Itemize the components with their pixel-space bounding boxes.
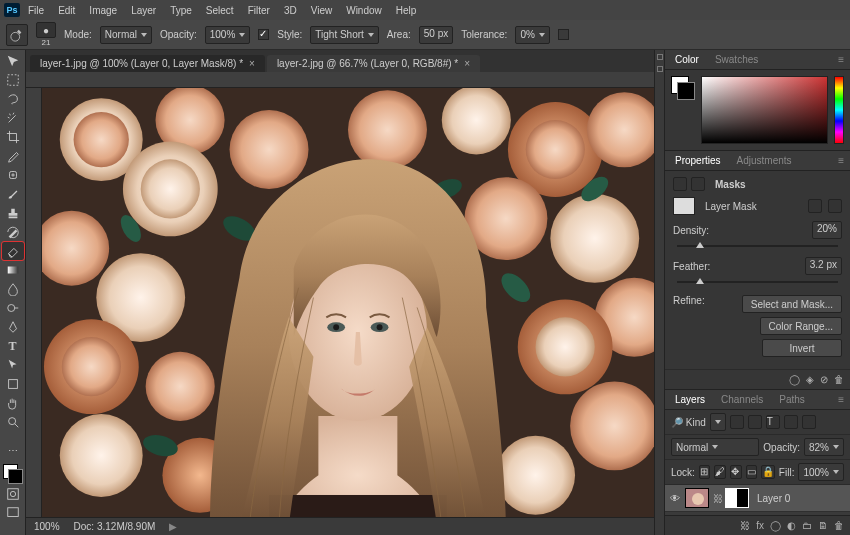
color-range-button[interactable]: Color Range...: [760, 317, 842, 335]
feather-slider[interactable]: [677, 281, 838, 283]
brush-preview-icon[interactable]: ●: [36, 22, 56, 38]
filter-smart-icon[interactable]: [802, 415, 816, 429]
menu-filter[interactable]: Filter: [242, 0, 276, 20]
crop-tool[interactable]: [2, 128, 24, 146]
move-tool[interactable]: [2, 52, 24, 70]
eraser-tool[interactable]: [2, 242, 24, 260]
density-slider[interactable]: [677, 245, 838, 247]
feather-value[interactable]: 3.2 px: [805, 257, 842, 275]
density-value[interactable]: 20%: [812, 221, 842, 239]
zoom-level[interactable]: 100%: [34, 521, 60, 532]
screenmode-toggle[interactable]: [2, 504, 24, 522]
collapsed-panel-strip[interactable]: [654, 50, 664, 535]
menu-file[interactable]: File: [22, 0, 50, 20]
quickmask-toggle[interactable]: [2, 485, 24, 503]
pixel-mask-icon[interactable]: [673, 177, 687, 191]
eyedropper-tool[interactable]: [2, 147, 24, 165]
menu-select[interactable]: Select: [200, 0, 240, 20]
hue-slider[interactable]: [834, 76, 844, 144]
tab-channels[interactable]: Channels: [717, 392, 767, 407]
panel-menu-icon[interactable]: ≡: [838, 155, 844, 166]
mask-thumbnail[interactable]: [725, 488, 749, 508]
wand-tool[interactable]: [2, 109, 24, 127]
panel-menu-icon[interactable]: ≡: [838, 54, 844, 65]
history-brush-tool[interactable]: [2, 223, 24, 241]
blend-mode-dropdown[interactable]: Normal: [671, 438, 759, 456]
shape-tool[interactable]: [2, 375, 24, 393]
type-tool[interactable]: T: [2, 337, 24, 355]
lock-all-icon[interactable]: 🔒: [761, 465, 775, 479]
menu-edit[interactable]: Edit: [52, 0, 81, 20]
delete-mask-icon[interactable]: 🗑: [834, 374, 844, 385]
load-selection-icon[interactable]: ◯: [789, 374, 800, 385]
tab-layers[interactable]: Layers: [671, 392, 709, 407]
layer-thumbnail[interactable]: [685, 488, 709, 508]
fx-icon[interactable]: fx: [756, 520, 764, 531]
menu-type[interactable]: Type: [164, 0, 198, 20]
tab-paths[interactable]: Paths: [775, 392, 809, 407]
menu-3d[interactable]: 3D: [278, 0, 303, 20]
adjustment-icon[interactable]: ◐: [787, 520, 796, 531]
tab-inactive[interactable]: layer-2.jpg @ 66.7% (Layer 0, RGB/8#) *×: [267, 55, 480, 72]
filter-shape-icon[interactable]: [784, 415, 798, 429]
area-field[interactable]: 50 px: [419, 26, 453, 44]
color-picker[interactable]: [665, 70, 850, 150]
tolerance-field[interactable]: 0%: [515, 26, 549, 44]
zoom-tool[interactable]: [2, 413, 24, 431]
filter-adjust-icon[interactable]: [748, 415, 762, 429]
disable-mask-icon[interactable]: ⊘: [820, 374, 828, 385]
invert-button[interactable]: Invert: [762, 339, 842, 357]
stamp-tool[interactable]: [2, 204, 24, 222]
layer-name[interactable]: Layer 0: [757, 493, 790, 504]
tab-adjustments[interactable]: Adjustments: [733, 153, 796, 168]
panel-menu-icon[interactable]: ≡: [838, 394, 844, 405]
select-pixel-mask-icon[interactable]: [808, 199, 822, 213]
lock-transparency-icon[interactable]: ⊞: [699, 465, 710, 479]
color-swatches[interactable]: [3, 464, 23, 484]
dodge-tool[interactable]: [2, 299, 24, 317]
menu-image[interactable]: Image: [83, 0, 123, 20]
mode-dropdown[interactable]: Normal: [100, 26, 152, 44]
close-icon[interactable]: ×: [464, 58, 470, 69]
menu-layer[interactable]: Layer: [125, 0, 162, 20]
link-layers-icon[interactable]: ⛓: [740, 520, 750, 531]
apply-mask-icon[interactable]: ◈: [806, 374, 814, 385]
group-icon[interactable]: 🗀: [802, 520, 812, 531]
menu-view[interactable]: View: [305, 0, 339, 20]
tool-preset-icon[interactable]: [6, 24, 28, 46]
doc-size[interactable]: Doc: 3.12M/8.90M: [74, 521, 156, 532]
link-icon[interactable]: ⛓: [713, 493, 721, 504]
layer-row[interactable]: 👁 ⛓ Layer 0: [665, 485, 850, 512]
tab-properties[interactable]: Properties: [671, 153, 725, 168]
ruler-vertical[interactable]: [26, 88, 42, 517]
gradient-tool[interactable]: [2, 261, 24, 279]
filter-pixel-icon[interactable]: [730, 415, 744, 429]
lock-position-icon[interactable]: ✥: [730, 465, 741, 479]
tab-active[interactable]: layer-1.jpg @ 100% (Layer 0, Layer Mask/…: [30, 55, 265, 72]
healing-tool[interactable]: [2, 166, 24, 184]
layer-opacity-field[interactable]: 82%: [804, 438, 844, 456]
lock-pixels-icon[interactable]: 🖌: [714, 465, 726, 479]
visibility-toggle[interactable]: 👁: [669, 492, 681, 504]
new-layer-icon[interactable]: 🗎: [818, 520, 828, 531]
edit-toolbar-icon[interactable]: ⋯: [2, 441, 24, 459]
fg-bg-swatch[interactable]: [671, 76, 695, 100]
menu-window[interactable]: Window: [340, 0, 388, 20]
protect-foreground-toggle[interactable]: [558, 29, 569, 40]
menu-help[interactable]: Help: [390, 0, 423, 20]
marquee-tool[interactable]: [2, 71, 24, 89]
mask-icon[interactable]: ◯: [770, 520, 781, 531]
canvas[interactable]: [42, 88, 654, 517]
blur-tool[interactable]: [2, 280, 24, 298]
tab-swatches[interactable]: Swatches: [711, 52, 762, 67]
close-icon[interactable]: ×: [249, 58, 255, 69]
ruler-horizontal[interactable]: [26, 72, 654, 88]
pen-tool[interactable]: [2, 318, 24, 336]
tab-color[interactable]: Color: [671, 52, 703, 67]
vector-mask-icon[interactable]: [691, 177, 705, 191]
hand-tool[interactable]: [2, 394, 24, 412]
style-dropdown[interactable]: Tight Short: [310, 26, 379, 44]
delete-layer-icon[interactable]: 🗑: [834, 520, 844, 531]
add-vector-mask-icon[interactable]: [828, 199, 842, 213]
mask-thumbnail[interactable]: [673, 197, 695, 215]
